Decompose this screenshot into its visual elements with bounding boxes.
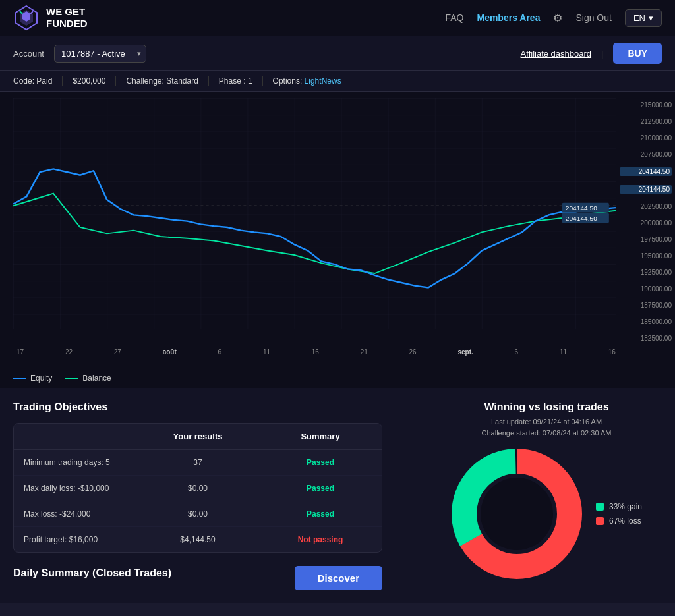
main-content: Trading Objectives Your results Summary … bbox=[0, 388, 675, 603]
svg-text:204144.50: 204144.50 bbox=[566, 204, 598, 211]
options-value: LightNews bbox=[305, 76, 341, 86]
table-row: Max daily loss: -$10,000 $0.00 Passed bbox=[14, 476, 382, 501]
row-label: Minimum trading days: 5 bbox=[14, 450, 136, 475]
buy-button[interactable]: BUY bbox=[613, 43, 662, 64]
affiliate-link[interactable]: Affiliate dashboard bbox=[521, 49, 591, 59]
account-left: Account 1017887 - Active bbox=[13, 45, 146, 63]
logo-icon bbox=[13, 5, 40, 31]
x-label: 27 bbox=[114, 349, 121, 356]
row-result: 37 bbox=[136, 450, 259, 475]
y-label: 212500.00 bbox=[620, 118, 672, 125]
table-row: Max loss: -$24,000 $0.00 Passed bbox=[14, 501, 382, 527]
chart-y-axis: 215000.00 212500.00 210000.00 207500.00 … bbox=[616, 98, 675, 345]
options-info: Options: LightNews bbox=[263, 76, 351, 86]
y-label: 215000.00 bbox=[620, 101, 672, 109]
chart-wrapper: 204144.50 204144.50 215000.00 212500.00 … bbox=[13, 98, 675, 345]
sign-out-link[interactable]: Sign Out bbox=[575, 13, 611, 23]
equity-dot bbox=[13, 378, 26, 379]
row-label: Max loss: -$24,000 bbox=[14, 501, 136, 526]
col-header-label bbox=[14, 424, 136, 449]
wvl-title: Winning vs losing trades bbox=[431, 401, 662, 413]
y-label: 192500.00 bbox=[620, 269, 672, 276]
row-summary: Passed bbox=[259, 476, 382, 501]
x-label: 11 bbox=[560, 349, 567, 356]
y-label: 185000.00 bbox=[620, 318, 672, 325]
y-label-highlight1: 204144.50 bbox=[620, 167, 672, 176]
row-result: $4,144.50 bbox=[136, 527, 259, 552]
table-row: Profit target: $16,000 $4,144.50 Not pas… bbox=[14, 527, 382, 552]
y-label: 200000.00 bbox=[620, 219, 672, 227]
discover-button[interactable]: Discover bbox=[295, 566, 382, 590]
y-label: 207500.00 bbox=[620, 151, 672, 158]
left-section: Trading Objectives Your results Summary … bbox=[13, 401, 411, 590]
row-result: $0.00 bbox=[136, 476, 259, 501]
row-summary: Passed bbox=[259, 501, 382, 526]
account-bar: Account 1017887 - Active Affiliate dashb… bbox=[0, 36, 675, 71]
y-label-highlight2: 204144.50 bbox=[620, 185, 672, 194]
info-bar: Code: Paid $200,000 Challenge: Standard … bbox=[0, 71, 675, 92]
loss-square bbox=[596, 517, 604, 525]
gain-square bbox=[596, 503, 604, 511]
y-label: 210000.00 bbox=[620, 134, 672, 142]
x-label-month1: août bbox=[163, 349, 177, 356]
x-label: 11 bbox=[263, 349, 270, 356]
challenge-info: Challenge: Standard bbox=[116, 76, 208, 86]
row-summary: Passed bbox=[259, 450, 382, 475]
daily-summary: Daily Summary (Closed Trades) Discover bbox=[13, 566, 382, 590]
chart-area: 204144.50 204144.50 215000.00 212500.00 … bbox=[0, 92, 675, 368]
y-label: 187500.00 bbox=[620, 302, 672, 309]
y-label: 182500.00 bbox=[620, 335, 672, 342]
chart-legend: Equity Balance bbox=[0, 368, 675, 388]
table-row: Minimum trading days: 5 37 Passed bbox=[14, 450, 382, 476]
account-right: Affiliate dashboard | BUY bbox=[521, 43, 662, 64]
wvl-subtitle: Last update: 09/21/24 at 04:16 AM Challe… bbox=[431, 416, 662, 438]
code-info: Code: Paid bbox=[13, 76, 63, 86]
x-label-month2: sept. bbox=[457, 349, 473, 356]
x-label: 16 bbox=[312, 349, 319, 356]
x-label: 26 bbox=[409, 349, 417, 356]
equity-legend: Equity bbox=[13, 374, 52, 383]
chart-x-axis: 17 22 27 août 6 11 16 21 26 sept. 6 11 1… bbox=[13, 345, 675, 356]
amount-info: $200,000 bbox=[63, 76, 116, 86]
logo: WE GET FUNDED bbox=[13, 5, 88, 31]
svg-rect-5 bbox=[13, 98, 616, 329]
gain-legend: 33% gain bbox=[596, 502, 642, 511]
svg-point-13 bbox=[481, 478, 553, 550]
account-select-wrap: 1017887 - Active bbox=[54, 45, 146, 63]
balance-legend: Balance bbox=[65, 374, 111, 383]
svg-line-3 bbox=[20, 11, 22, 14]
x-label: 22 bbox=[65, 349, 73, 356]
y-label: 195000.00 bbox=[620, 252, 672, 260]
y-label: 190000.00 bbox=[620, 285, 672, 293]
phase-info: Phase : 1 bbox=[209, 76, 263, 86]
x-label: 21 bbox=[361, 349, 368, 356]
row-label: Profit target: $16,000 bbox=[14, 527, 136, 552]
account-label: Account bbox=[13, 49, 44, 59]
y-label: 202500.00 bbox=[620, 203, 672, 210]
col-header-results: Your results bbox=[136, 424, 259, 449]
donut-chart bbox=[451, 448, 583, 580]
faq-link[interactable]: FAQ bbox=[445, 13, 463, 23]
gear-icon[interactable]: ⚙ bbox=[553, 12, 562, 24]
objectives-table: Your results Summary Minimum trading day… bbox=[13, 423, 382, 553]
language-button[interactable]: EN ▾ bbox=[625, 9, 662, 27]
loss-legend: 67% loss bbox=[596, 517, 642, 526]
header-nav: FAQ Members Area ⚙ Sign Out EN ▾ bbox=[445, 9, 662, 27]
trading-objectives-title: Trading Objectives bbox=[13, 401, 411, 413]
row-summary-fail: Not passing bbox=[259, 527, 382, 552]
header: WE GET FUNDED FAQ Members Area ⚙ Sign Ou… bbox=[0, 0, 675, 36]
daily-summary-title: Daily Summary (Closed Trades) bbox=[13, 567, 171, 579]
members-area-link[interactable]: Members Area bbox=[477, 13, 540, 23]
right-section: Winning vs losing trades Last update: 09… bbox=[411, 401, 662, 590]
chart-svg: 204144.50 204144.50 bbox=[13, 98, 616, 329]
x-label: 6 bbox=[515, 349, 519, 356]
donut-container: 33% gain 67% loss bbox=[431, 448, 662, 580]
svg-line-4 bbox=[30, 11, 33, 14]
table-header: Your results Summary bbox=[14, 424, 382, 450]
account-select[interactable]: 1017887 - Active bbox=[54, 45, 146, 63]
row-result: $0.00 bbox=[136, 501, 259, 526]
x-label: 17 bbox=[16, 349, 24, 356]
y-label: 197500.00 bbox=[620, 236, 672, 243]
svg-text:204144.50: 204144.50 bbox=[566, 215, 598, 222]
row-label: Max daily loss: -$10,000 bbox=[14, 476, 136, 501]
